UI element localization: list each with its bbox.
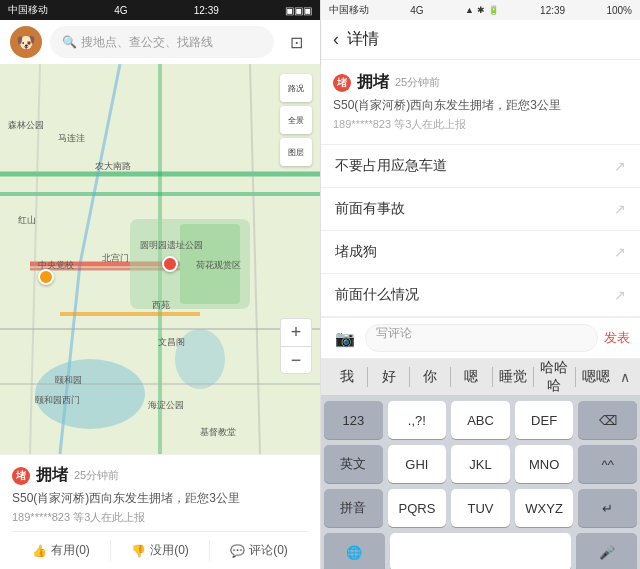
key-abc[interactable]: ABC <box>451 401 510 439</box>
right-panel: 中国移动 4G ▲ ✱ 🔋 12:39 100% ‹ 详情 堵 拥堵 25分钟前… <box>320 0 640 569</box>
map-label-yiheyuan: 颐和园 <box>55 374 82 387</box>
map-label-road1: 农大南路 <box>95 160 131 173</box>
key-punctuation[interactable]: .,?! <box>388 401 447 439</box>
key-pqrs-label: PQRS <box>398 501 435 516</box>
report-option-3[interactable]: 堵成狗 ↗ <box>321 231 640 274</box>
report-option-2[interactable]: 前面有事故 ↗ <box>321 188 640 231</box>
suggestions-expand-icon[interactable]: ∧ <box>616 369 634 385</box>
avatar[interactable]: 🐶 <box>10 26 42 58</box>
keyboard: 123 .,?! ABC DEF ⌫ 英文 GHI JKL <box>321 395 640 569</box>
key-wxyz-label: WXYZ <box>525 501 563 516</box>
detail-incident-desc: S50(肖家河桥)西向东发生拥堵，距您3公里 <box>333 97 628 114</box>
suggestion-1[interactable]: 我 <box>327 362 367 392</box>
detail-title: 详情 <box>347 29 379 50</box>
report-option-4[interactable]: 前面什么情况 ↗ <box>321 274 640 317</box>
time-left: 12:39 <box>194 5 219 16</box>
map-label-church: 基督教堂 <box>200 426 236 439</box>
key-mno[interactable]: MNO <box>515 445 574 483</box>
key-mno-label: MNO <box>529 457 559 472</box>
incident-marker-2[interactable] <box>38 269 54 285</box>
comment-button[interactable]: 💬 评论(0) <box>210 538 308 563</box>
zoom-in-icon: + <box>291 322 302 343</box>
report-option-arrow-3: ↗ <box>614 244 626 260</box>
suggestion-7[interactable]: 嗯嗯 <box>576 362 616 392</box>
suggestion-6[interactable]: 哈哈哈 <box>534 353 574 401</box>
key-123[interactable]: 123 <box>324 401 383 439</box>
key-ghi[interactable]: GHI <box>388 445 447 483</box>
key-english[interactable]: 英文 <box>324 445 383 483</box>
incident-type: 拥堵 <box>36 465 68 486</box>
search-input[interactable]: 🔍 搜地点、查公交、找路线 <box>50 26 274 58</box>
key-punctuation-label: .,?! <box>408 413 426 428</box>
status-icons: ▲ ✱ 🔋 <box>465 5 499 15</box>
key-jkl[interactable]: JKL <box>451 445 510 483</box>
key-pinyin[interactable]: 拼音 <box>324 489 383 527</box>
map-label-wenchangge: 文昌阁 <box>158 336 185 349</box>
status-bar-left: 中国移动 4G 12:39 ▣▣▣ <box>0 0 320 20</box>
key-123-label: 123 <box>342 413 364 428</box>
report-option-arrow-4: ↗ <box>614 287 626 303</box>
detail-incident-users: 189*****823 等3人在此上报 <box>333 117 628 132</box>
key-pinyin-label: 拼音 <box>340 499 366 517</box>
detail-header: ‹ 详情 <box>321 20 640 60</box>
suggestion-5[interactable]: 睡觉 <box>493 362 533 392</box>
suggestion-2[interactable]: 好 <box>368 362 408 392</box>
comment-icon: 💬 <box>230 544 245 558</box>
space-key[interactable] <box>390 533 572 569</box>
key-arrows[interactable]: ^^ <box>578 445 637 483</box>
detail-incident-type: 拥堵 <box>357 72 389 93</box>
suggestion-3[interactable]: 你 <box>410 362 450 392</box>
key-mic[interactable]: 🎤 <box>576 533 637 569</box>
report-option-text-3: 堵成狗 <box>335 243 377 261</box>
useful-button[interactable]: 👍 有用(0) <box>12 538 110 563</box>
scene-button[interactable]: 全景 <box>280 106 312 134</box>
report-option-arrow-2: ↗ <box>614 201 626 217</box>
back-button[interactable]: ‹ <box>333 29 339 50</box>
bottom-actions: 👍 有用(0) 👎 没用(0) 💬 评论(0) <box>12 531 308 563</box>
delete-key[interactable]: ⌫ <box>578 401 637 439</box>
map-label-yiheyuan-west: 颐和园西门 <box>35 394 80 407</box>
send-button[interactable]: 发表 <box>604 329 630 347</box>
suggestion-4[interactable]: 嗯 <box>451 362 491 392</box>
scan-icon[interactable]: ⊡ <box>282 28 310 56</box>
key-globe[interactable]: 🌐 <box>324 533 385 569</box>
key-def-label: DEF <box>531 413 557 428</box>
time-right: 12:39 <box>540 5 565 16</box>
delete-icon: ⌫ <box>599 413 617 428</box>
network-left: 4G <box>114 5 127 16</box>
report-option-text-2: 前面有事故 <box>335 200 405 218</box>
useless-button[interactable]: 👎 没用(0) <box>111 538 209 563</box>
map-label-haidian: 海淀公园 <box>148 399 184 412</box>
useful-label: 有用(0) <box>51 542 90 559</box>
camera-icon[interactable]: 📷 <box>331 324 359 352</box>
scene-label: 全景 <box>288 115 304 126</box>
key-pqrs[interactable]: PQRS <box>388 489 447 527</box>
layers-button[interactable]: 图层 <box>280 138 312 166</box>
comment-input[interactable]: 写评论 <box>365 324 598 352</box>
detail-incident-row: 堵 拥堵 25分钟前 <box>333 72 628 93</box>
incident-marker[interactable] <box>162 256 178 272</box>
report-option-1[interactable]: 不要占用应急车道 ↗ <box>321 145 640 188</box>
incident-title-row: 堵 拥堵 25分钟前 <box>12 465 308 486</box>
search-placeholder: 搜地点、查公交、找路线 <box>81 34 213 51</box>
comment-label: 评论(0) <box>249 542 288 559</box>
key-abc-label: ABC <box>467 413 494 428</box>
traffic-label: 路况 <box>288 83 304 94</box>
key-wxyz[interactable]: WXYZ <box>515 489 574 527</box>
traffic-button[interactable]: 路况 <box>280 74 312 102</box>
map-label-lotus: 荷花观赏区 <box>196 259 241 272</box>
thumbs-down-icon: 👎 <box>131 544 146 558</box>
zoom-out-button[interactable]: − <box>280 346 312 374</box>
incident-desc: S50(肖家河桥)西向东发生拥堵，距您3公里 <box>12 490 308 507</box>
key-return[interactable]: ↵ <box>578 489 637 527</box>
zoom-in-button[interactable]: + <box>280 318 312 346</box>
key-jkl-label: JKL <box>469 457 491 472</box>
map-area[interactable]: 森林公园 马连洼 农大南路 红山 中央党校 北宫门 圆明园遗址公园 荷花观赏区 … <box>0 64 320 454</box>
map-label-forest: 森林公园 <box>8 119 44 132</box>
left-panel: 中国移动 4G 12:39 ▣▣▣ 🐶 🔍 搜地点、查公交、找路线 ⊡ <box>0 0 320 569</box>
key-def[interactable]: DEF <box>515 401 574 439</box>
thumbs-up-icon: 👍 <box>32 544 47 558</box>
key-tuv[interactable]: TUV <box>451 489 510 527</box>
detail-incident-time: 25分钟前 <box>395 75 440 90</box>
bluetooth-icon: ✱ <box>477 5 485 15</box>
